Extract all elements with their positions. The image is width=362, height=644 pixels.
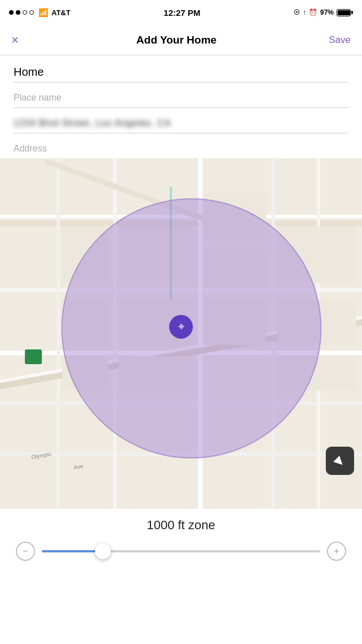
alarm-icon: ⏰: [309, 8, 317, 16]
address-placeholder-row: Address: [14, 141, 348, 158]
page-title: Add Your Home: [136, 34, 217, 46]
location-icon: ☉: [294, 8, 300, 16]
address-value-row[interactable]: 1234 Blvd Street, Los Angeles, CA: [14, 116, 348, 133]
save-button[interactable]: Save: [317, 34, 351, 46]
green-block: [25, 349, 42, 364]
status-time: 12:27 PM: [163, 8, 200, 18]
zone-label: 1000 ft zone: [14, 518, 348, 533]
wifi-icon: 📶: [38, 8, 48, 17]
slider-fill: [42, 550, 103, 552]
minus-icon: −: [23, 546, 28, 556]
form-section-label: Home: [14, 66, 348, 79]
close-button[interactable]: ×: [11, 33, 36, 47]
navigation-icon: ↑: [303, 8, 306, 16]
address-placeholder: Address: [14, 144, 47, 153]
place-name-row[interactable]: Place name: [14, 90, 348, 107]
slider-thumb[interactable]: [95, 543, 111, 559]
navigation-button[interactable]: ▶: [326, 447, 354, 475]
pin-circle: ⌖: [169, 315, 193, 339]
battery-percent: 97%: [320, 8, 334, 16]
slider-track[interactable]: [42, 550, 320, 552]
form-divider-2: [14, 107, 348, 108]
slider-row: − +: [14, 542, 348, 561]
status-bar: 📶 AT&T 12:27 PM ☉ ↑ ⏰ 97%: [0, 0, 362, 25]
navigate-arrow-icon: ▶: [332, 453, 348, 469]
form-divider-1: [14, 82, 348, 83]
form-divider-3: [14, 133, 348, 133]
slider-decrease-button[interactable]: −: [16, 542, 35, 561]
signal-dot-3: [23, 10, 27, 15]
place-name-placeholder: Place name: [14, 93, 62, 102]
plus-icon: +: [334, 546, 339, 556]
signal-dot-4: [29, 10, 34, 15]
status-right: ☉ ↑ ⏰ 97%: [294, 8, 353, 16]
location-pin: ⌖: [169, 315, 193, 339]
signal-dot-2: [16, 10, 20, 15]
carrier-text: AT&T: [51, 8, 71, 17]
map-section[interactable]: Olympic Ave ⌖ ▶: [0, 158, 362, 509]
slider-increase-button[interactable]: +: [327, 542, 346, 561]
bottom-section: 1000 ft zone − +: [0, 509, 362, 572]
battery-icon: [337, 9, 353, 16]
road-v-1: [57, 158, 60, 509]
form-section: Home Place name 1234 Blvd Street, Los An…: [0, 55, 362, 158]
signal-dot-1: [9, 10, 14, 15]
pin-marker-icon: ⌖: [178, 320, 184, 333]
address-value-blurred: 1234 Blvd Street, Los Angeles, CA: [14, 118, 171, 128]
nav-bar: × Add Your Home Save: [0, 25, 362, 55]
status-left: 📶 AT&T: [9, 8, 71, 17]
